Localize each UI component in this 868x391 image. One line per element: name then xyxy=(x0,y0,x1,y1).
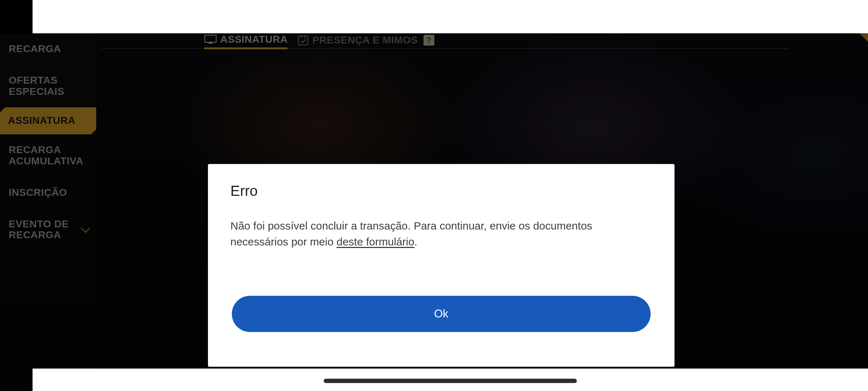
modal-actions: Ok xyxy=(230,296,652,332)
sidebar: RECARGA OFERTAS ESPECIAIS ASSINATURA REC… xyxy=(0,33,96,391)
svg-rect-4 xyxy=(305,35,306,38)
tab-assinatura[interactable]: ASSINATURA xyxy=(204,34,288,49)
bottom-white-bar xyxy=(33,369,868,391)
sidebar-item-evento-de-recarga[interactable]: EVENTO DE RECARGA xyxy=(0,209,96,251)
modal-form-link[interactable]: deste formulário xyxy=(336,236,414,248)
modal-body: Não foi possível concluir a transação. P… xyxy=(230,218,639,249)
sidebar-item-assinatura[interactable]: ASSINATURA xyxy=(0,107,96,134)
help-icon[interactable]: ? xyxy=(424,35,434,46)
top-left-black-block xyxy=(0,0,33,33)
error-modal: Erro Não foi possível concluir a transaç… xyxy=(208,164,675,367)
svg-rect-2 xyxy=(298,36,308,45)
game-area: RECARGA OFERTAS ESPECIAIS ASSINATURA REC… xyxy=(0,33,868,391)
sidebar-item-recarga-acumulativa[interactable]: RECARGA ACUMULATIVA xyxy=(0,134,96,177)
home-indicator xyxy=(324,379,577,383)
ok-button[interactable]: Ok xyxy=(232,296,651,332)
svg-rect-3 xyxy=(301,35,302,38)
tab-label: ASSINATURA xyxy=(220,34,288,45)
top-white-bar xyxy=(33,0,868,33)
modal-body-suffix: . xyxy=(414,236,417,248)
tab-presenca-e-mimos[interactable]: PRESENÇA E MIMOS ? xyxy=(298,34,434,48)
calendar-check-icon xyxy=(298,35,309,46)
corner-accent xyxy=(859,33,868,42)
sidebar-item-ofertas-especiais[interactable]: OFERTAS ESPECIAIS xyxy=(0,65,96,108)
tab-label: PRESENÇA E MIMOS xyxy=(312,34,418,46)
sidebar-item-recarga[interactable]: RECARGA xyxy=(0,33,96,65)
top-tabs: ASSINATURA PRESENÇA E MIMOS ? xyxy=(204,33,434,49)
card-diamond-icon xyxy=(204,35,217,44)
sidebar-item-inscricao[interactable]: INSCRIÇÃO xyxy=(0,177,96,209)
modal-title: Erro xyxy=(230,183,652,199)
